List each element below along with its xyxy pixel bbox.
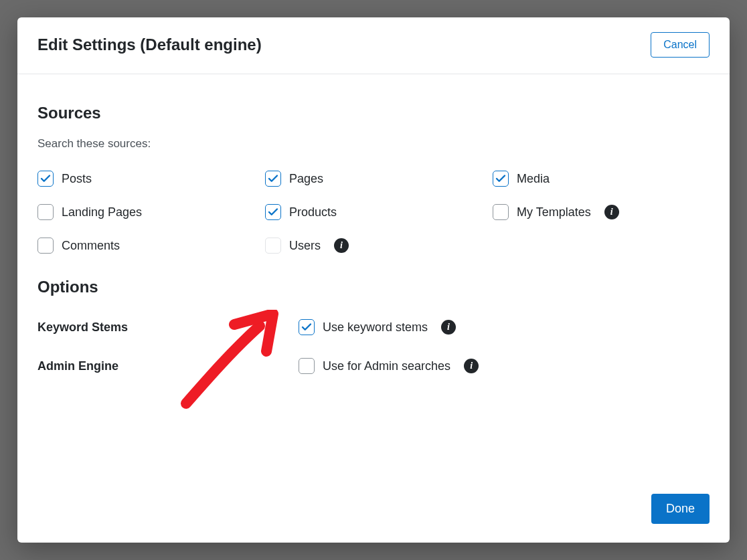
source-item-products: Products <box>265 204 493 220</box>
option-label: Admin Engine <box>37 359 299 373</box>
option-value: Use for Admin searches i <box>299 358 710 374</box>
sources-subheading: Search these sources: <box>37 137 710 151</box>
source-item-pages: Pages <box>265 171 493 187</box>
cancel-button[interactable]: Cancel <box>651 32 710 58</box>
source-item-users: Users i <box>265 238 493 254</box>
source-label: Pages <box>289 172 323 186</box>
source-label: Users <box>289 239 321 253</box>
check-icon <box>495 173 507 185</box>
checkbox-landing-pages[interactable] <box>37 204 54 220</box>
option-checkbox-label: Use for Admin searches <box>323 359 450 373</box>
info-icon[interactable]: i <box>604 205 619 219</box>
modal-title: Edit Settings (Default engine) <box>37 35 262 54</box>
source-item-posts: Posts <box>37 171 265 187</box>
checkbox-admin-engine[interactable] <box>299 358 315 374</box>
modal-footer: Done <box>17 482 730 543</box>
source-item-my-templates: My Templates i <box>493 204 710 220</box>
checkbox-keyword-stems[interactable] <box>299 319 315 335</box>
options-heading: Options <box>37 278 710 296</box>
modal-header: Edit Settings (Default engine) Cancel <box>17 17 730 74</box>
checkbox-media[interactable] <box>493 171 509 187</box>
checkbox-comments[interactable] <box>37 238 54 254</box>
source-item-landing-pages: Landing Pages <box>37 204 265 220</box>
checkbox-users[interactable] <box>265 238 281 254</box>
option-row-keyword-stems: Keyword Stems Use keyword stems i <box>37 319 710 335</box>
check-icon <box>301 321 313 333</box>
done-button[interactable]: Done <box>651 494 710 524</box>
sources-heading: Sources <box>37 104 710 122</box>
source-item-comments: Comments <box>37 238 265 254</box>
info-icon[interactable]: i <box>334 238 349 253</box>
check-icon <box>267 173 279 185</box>
check-icon <box>39 173 52 185</box>
edit-settings-modal: Edit Settings (Default engine) Cancel So… <box>17 17 730 543</box>
source-label: Products <box>289 205 337 219</box>
checkbox-products[interactable] <box>265 204 281 220</box>
source-item-media: Media <box>493 171 710 187</box>
source-label: Posts <box>62 172 92 186</box>
option-checkbox-label: Use keyword stems <box>323 320 428 335</box>
source-label: Media <box>517 172 550 186</box>
checkbox-my-templates[interactable] <box>493 204 509 220</box>
source-label: Landing Pages <box>62 205 142 219</box>
options-section: Options Keyword Stems Use keyword stems … <box>37 278 710 374</box>
sources-grid: Posts Pages Media Landing Pages <box>37 171 710 254</box>
option-row-admin-engine: Admin Engine Use for Admin searches i <box>37 358 710 374</box>
source-label: Comments <box>62 239 120 253</box>
modal-body: Sources Search these sources: Posts Page… <box>17 74 730 482</box>
checkbox-posts[interactable] <box>37 171 54 187</box>
checkbox-pages[interactable] <box>265 171 281 187</box>
info-icon[interactable]: i <box>464 359 479 373</box>
info-icon[interactable]: i <box>441 320 456 335</box>
option-label: Keyword Stems <box>37 320 299 335</box>
source-label: My Templates <box>517 205 591 219</box>
option-value: Use keyword stems i <box>299 319 710 335</box>
check-icon <box>267 206 279 218</box>
